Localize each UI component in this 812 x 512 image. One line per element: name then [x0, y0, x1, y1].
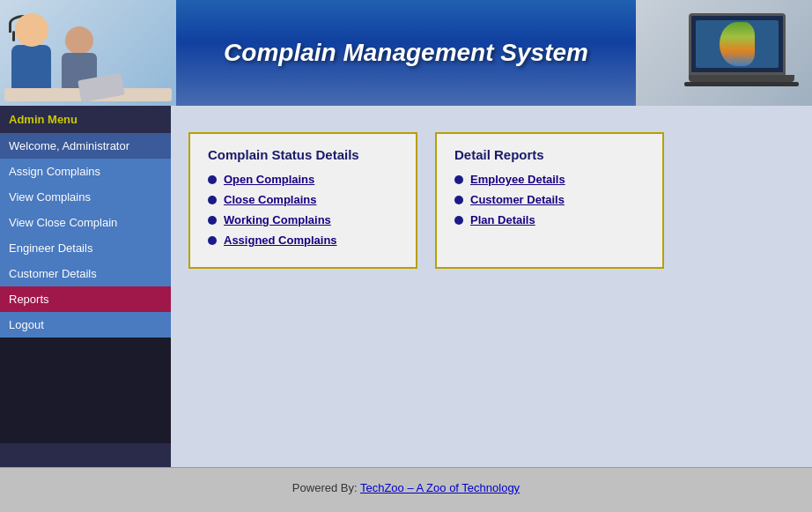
- techzoo-link[interactable]: TechZoo – A Zoo of Technology: [360, 481, 520, 494]
- assigned-complains-link[interactable]: Assigned Complains: [224, 234, 337, 247]
- open-complains-link[interactable]: Open Complains: [224, 173, 314, 186]
- cards-row: Complain Status Details Open Complains C…: [188, 132, 794, 269]
- sidebar-item-view-close-complain[interactable]: View Close Complain: [0, 210, 171, 235]
- detail-reports-list: Employee Details Customer Details Plan D…: [454, 173, 645, 226]
- sidebar-item-assign-complains[interactable]: Assign Complains: [0, 159, 171, 184]
- detail-reports-title: Detail Reports: [454, 147, 645, 162]
- sidebar-item-welcome[interactable]: Welcome, Administrator: [0, 133, 171, 159]
- sidebar-item-engineer-details[interactable]: Engineer Details: [0, 235, 171, 261]
- employee-details-link[interactable]: Employee Details: [470, 173, 565, 186]
- content-area: Complain Status Details Open Complains C…: [171, 106, 812, 467]
- bullet-icon: [208, 216, 217, 225]
- app-title: Complain Management System: [224, 39, 588, 67]
- list-item: Close Complains: [208, 193, 398, 206]
- list-item: Customer Details: [454, 193, 645, 206]
- complain-status-list: Open Complains Close Complains Working C…: [208, 173, 398, 247]
- main-container: Admin Menu Welcome, Administrator Assign…: [0, 106, 812, 467]
- bullet-icon: [208, 196, 217, 204]
- header-title-section: Complain Management System: [176, 0, 636, 106]
- sidebar-item-logout[interactable]: Logout: [0, 312, 171, 338]
- plan-details-link[interactable]: Plan Details: [470, 213, 535, 226]
- sidebar-item-reports[interactable]: Reports: [0, 286, 171, 312]
- bullet-icon: [208, 236, 217, 245]
- list-item: Employee Details: [454, 173, 645, 186]
- sidebar-item-customer-details[interactable]: Customer Details: [0, 261, 171, 286]
- sidebar-bottom: [0, 338, 171, 443]
- list-item: Assigned Complains: [208, 234, 398, 247]
- close-complains-link[interactable]: Close Complains: [224, 193, 316, 206]
- admin-menu-label: Admin Menu: [0, 106, 171, 133]
- complain-status-title: Complain Status Details: [208, 147, 398, 162]
- list-item: Plan Details: [454, 213, 645, 226]
- sidebar-item-view-complains[interactable]: View Complains: [0, 184, 171, 210]
- header-left-image: [0, 0, 176, 106]
- header: Complain Management System: [0, 0, 812, 106]
- footer: Powered By: TechZoo – A Zoo of Technolog…: [0, 467, 812, 508]
- list-item: Open Complains: [208, 173, 398, 186]
- bullet-icon: [208, 175, 217, 184]
- sidebar: Admin Menu Welcome, Administrator Assign…: [0, 106, 171, 467]
- powered-by-text: Powered By:: [292, 481, 360, 494]
- customer-details-link[interactable]: Customer Details: [470, 193, 565, 206]
- bullet-icon: [454, 196, 463, 204]
- bullet-icon: [454, 175, 463, 184]
- bullet-icon: [454, 216, 463, 225]
- complain-status-card: Complain Status Details Open Complains C…: [188, 132, 417, 269]
- detail-reports-card: Detail Reports Employee Details Customer…: [435, 132, 664, 269]
- header-right-image: [636, 0, 812, 106]
- working-complains-link[interactable]: Working Complains: [224, 213, 331, 226]
- list-item: Working Complains: [208, 213, 398, 226]
